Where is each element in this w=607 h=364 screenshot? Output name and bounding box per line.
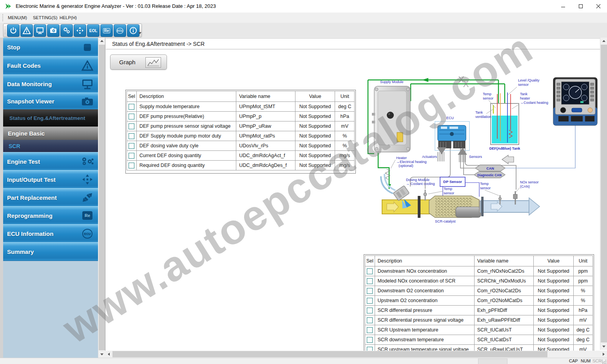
row-select-checkbox[interactable] xyxy=(367,317,373,323)
diagram-label: Diagnostic CAN xyxy=(477,174,502,177)
diagram-label: (CAN) xyxy=(520,185,530,188)
maximize-button[interactable] xyxy=(572,0,589,12)
table-row: Current DEF dosing quantityUDC_dmRdcAgAc… xyxy=(127,151,355,161)
sidebar-item-label: Stop xyxy=(3,44,20,51)
menu-item-help[interactable]: HELP(H) xyxy=(57,13,79,23)
row-select-checkbox[interactable] xyxy=(367,268,373,274)
sel-cell xyxy=(365,335,375,345)
power-icon[interactable] xyxy=(7,24,20,37)
sidebar-item-reprogramming[interactable]: Reprogramming Re xyxy=(3,206,98,225)
menu-item-settings[interactable]: SETTING(S) xyxy=(31,13,60,23)
close-button[interactable] xyxy=(589,0,607,12)
info-icon[interactable] xyxy=(127,24,140,37)
title-bar: Electronic Marine & generator Engine Ana… xyxy=(0,0,607,13)
cell: Not Supported xyxy=(534,266,573,276)
return-flow-arrow-icon xyxy=(502,155,514,164)
gears-icon[interactable] xyxy=(60,24,73,37)
sel-cell xyxy=(365,286,375,296)
ecu-icon-text: ECU xyxy=(82,229,93,239)
content-horizontal-scrollbar[interactable] xyxy=(105,351,607,358)
graph-button[interactable]: Graph xyxy=(110,54,167,70)
toolbar-overflow-chevron-icon[interactable] xyxy=(138,32,141,34)
row-select-checkbox[interactable] xyxy=(129,133,134,139)
diagram-label: →Coolant heating xyxy=(520,101,548,105)
sel-cell xyxy=(127,121,137,131)
scroll-up-icon[interactable] xyxy=(98,38,105,44)
row-select-checkbox[interactable] xyxy=(129,153,134,159)
cell: UPmpP_uRaw xyxy=(236,121,295,131)
diagram-label: Level /Quality xyxy=(518,78,540,82)
row-select-checkbox[interactable] xyxy=(367,308,373,313)
sidebar-item-part-replacement[interactable]: Part Replacement xyxy=(3,188,98,207)
toolbar-drag-grip[interactable] xyxy=(5,27,7,34)
cell: deg C xyxy=(573,335,593,345)
scroll-down-icon[interactable] xyxy=(600,343,607,350)
table-row: SCR differential pressureExh_pPFltDiffNo… xyxy=(365,306,593,315)
move-arrows-icon[interactable] xyxy=(74,24,86,37)
cell: Not Supported xyxy=(295,151,335,161)
diagram-label: ventilation xyxy=(475,115,491,119)
table-row: SCR Upstream temperatureSCR_tUCatUsTNot … xyxy=(365,325,593,335)
column-header: Sel xyxy=(365,256,375,266)
reprogram-icon[interactable]: Re xyxy=(100,24,113,37)
sidebar-item-engine-basic[interactable]: Engine Basic xyxy=(3,127,98,140)
row-select-checkbox[interactable] xyxy=(129,143,134,149)
content-vertical-scrollbar-left[interactable] xyxy=(98,38,105,358)
sel-cell xyxy=(365,306,375,315)
monitor-icon[interactable] xyxy=(34,24,46,37)
diagram-label: sensor xyxy=(444,191,454,195)
actuators-hatch xyxy=(438,152,444,161)
column-header: Description xyxy=(136,91,236,102)
leader-line xyxy=(516,188,520,192)
row-select-checkbox[interactable] xyxy=(129,114,134,120)
row-select-checkbox[interactable] xyxy=(367,278,373,284)
row-select-checkbox[interactable] xyxy=(367,298,373,304)
sidebar-item-snapshot-viewer[interactable]: Snapshot Viewer xyxy=(3,92,98,110)
cell: Not Supported xyxy=(534,286,573,296)
menu-item-menu[interactable]: MENU(M) xyxy=(5,13,29,23)
sidebar-item-engine-test[interactable]: Engine Test xyxy=(3,152,98,171)
camera-icon[interactable] xyxy=(47,24,60,37)
row-select-checkbox[interactable] xyxy=(129,123,134,129)
scrollbar-thumb[interactable] xyxy=(601,45,607,342)
menu-bar: MENU(M) SETTING(S) HELP(H) xyxy=(0,13,607,23)
minimize-button[interactable] xyxy=(554,0,572,12)
cell: Downstream NOx concentration xyxy=(375,266,474,276)
eol-icon[interactable]: EOL xyxy=(87,24,100,37)
ecu-icon[interactable]: ECU xyxy=(114,24,126,37)
pipe-flange xyxy=(481,197,484,216)
sidebar-item-scr-selected[interactable]: SCR xyxy=(3,140,98,152)
sidebar-item-status-of-eng-aftertreatment[interactable]: Status of Eng.&Aftertreatment xyxy=(3,109,98,127)
sidebar-item-summary[interactable]: Summary xyxy=(3,242,98,261)
diagram-label: ECU xyxy=(446,116,454,120)
cell: DEF pump pressure(Relative) xyxy=(136,112,236,121)
scroll-right-icon[interactable] xyxy=(600,351,607,358)
column-header: Description xyxy=(375,256,474,266)
scrollbar-thumb[interactable] xyxy=(112,351,547,357)
sidebar-item-input-output-test[interactable]: Input/Output Test xyxy=(3,170,98,189)
row-select-checkbox[interactable] xyxy=(129,163,134,168)
gears-icon xyxy=(81,156,94,167)
sidebar-item-fault-codes[interactable]: Fault Codes xyxy=(3,56,98,75)
sidebar-item-ecu-information[interactable]: ECU Information ECU xyxy=(3,224,98,243)
stop-icon xyxy=(81,42,94,53)
row-select-checkbox[interactable] xyxy=(367,327,373,333)
column-header: Sel xyxy=(127,91,137,102)
warning-icon[interactable] xyxy=(20,24,33,37)
scroll-left-icon[interactable] xyxy=(105,351,112,358)
scroll-down-icon[interactable] xyxy=(98,351,105,358)
row-select-checkbox[interactable] xyxy=(129,104,134,110)
sidebar-item-stop[interactable]: Stop xyxy=(3,38,98,57)
scrollbar-thumb[interactable] xyxy=(99,45,105,350)
scroll-up-icon[interactable] xyxy=(600,38,607,44)
cell: % xyxy=(335,141,355,151)
diagram-label: SCR-catalyst xyxy=(435,219,456,223)
row-select-checkbox[interactable] xyxy=(367,288,373,294)
cell: mg/s xyxy=(335,161,355,170)
cell: Not Supported xyxy=(534,276,573,286)
sidebar-item-data-monitoring[interactable]: Data Monitoring xyxy=(3,74,98,93)
row-select-checkbox[interactable] xyxy=(367,337,373,343)
menu-drag-grip[interactable] xyxy=(2,14,4,21)
content-vertical-scrollbar-right[interactable] xyxy=(600,38,607,350)
cell: mg/s xyxy=(335,151,355,161)
